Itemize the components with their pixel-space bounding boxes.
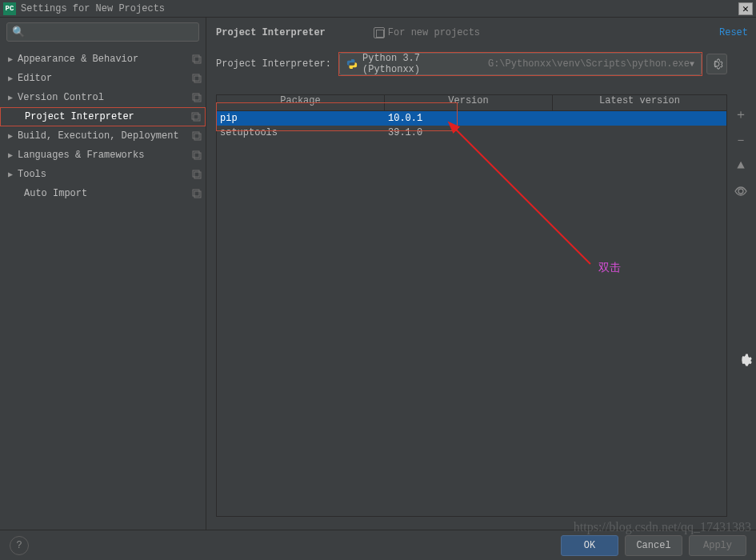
copy-icon [190, 111, 202, 122]
copy-icon [191, 92, 202, 103]
interpreter-label: Project Interpreter: [216, 58, 331, 70]
add-package-button[interactable]: ＋ [730, 104, 751, 125]
interpreter-path: G:\Pythonxx\venv\Scripts\python.exe [488, 58, 690, 70]
apply-button[interactable]: Apply [689, 535, 746, 556]
sidebar-item-project-interpreter[interactable]: Project Interpreter [0, 107, 206, 126]
table-row-pip[interactable]: pip 10.0.1 [217, 111, 726, 126]
ok-button[interactable]: OK [561, 535, 618, 556]
svg-rect-9 [194, 134, 201, 140]
chevron-right-icon: ▶ [8, 131, 18, 141]
sidebar-item-build-execution[interactable]: ▶ Build, Execution, Deployment [0, 126, 206, 146]
pycharm-icon: PC [3, 2, 16, 15]
sidebar-item-tools[interactable]: ▶ Tools [0, 165, 206, 184]
col-latest[interactable]: Latest version [553, 95, 726, 110]
remove-package-button[interactable]: － [730, 130, 751, 150]
search-input[interactable] [28, 26, 194, 38]
svg-rect-10 [193, 151, 199, 158]
copy-icon [191, 150, 202, 161]
search-icon: 🔍 [12, 26, 25, 38]
svg-rect-4 [193, 94, 199, 100]
titlebar: PC Settings for New Projects ✕ [0, 0, 756, 18]
close-button[interactable]: ✕ [738, 2, 753, 15]
chevron-right-icon: ▶ [8, 54, 18, 64]
copy-icon [191, 130, 202, 142]
interpreter-settings-button[interactable] [706, 54, 727, 74]
chevron-right-icon: ▶ [8, 93, 18, 102]
annotation-label: 双击 [598, 261, 621, 275]
watermark: https://blog.csdn.net/qq_17431383 [574, 520, 751, 534]
python-icon [346, 58, 358, 70]
packages-table: Package Version Latest version pip 10.0.… [216, 94, 727, 517]
upgrade-package-button[interactable]: ▲ [730, 155, 751, 176]
package-toolbar: ＋ － ▲ [730, 104, 751, 202]
svg-rect-15 [194, 191, 201, 198]
sidebar-item-appearance[interactable]: ▶ Appearance & Behavior [0, 50, 206, 69]
svg-rect-1 [194, 57, 201, 63]
sidebar-item-editor[interactable]: ▶ Editor [0, 69, 206, 88]
sidebar-item-version-control[interactable]: ▶ Version Control [0, 88, 206, 107]
chevron-right-icon: ▶ [8, 74, 18, 83]
page-title: Project Interpreter [216, 27, 326, 38]
help-button[interactable]: ? [10, 536, 29, 555]
svg-rect-13 [194, 172, 201, 178]
svg-rect-7 [194, 114, 200, 121]
chevron-right-icon: ▶ [8, 150, 18, 160]
page-subtitle: For new projects [374, 27, 480, 38]
gear-icon [710, 58, 723, 70]
svg-rect-6 [192, 113, 198, 119]
copy-icon [374, 27, 385, 38]
chevron-right-icon: ▶ [8, 170, 18, 179]
cancel-button[interactable]: Cancel [625, 535, 682, 556]
interpreter-dropdown[interactable]: Python 3.7 (Pythonxx) G:\Pythonxx\venv\S… [339, 53, 702, 75]
svg-rect-12 [193, 170, 199, 177]
show-early-releases-button[interactable] [730, 181, 751, 202]
sidebar-item-auto-import[interactable]: Auto Import [0, 184, 206, 203]
copy-icon [191, 188, 202, 199]
interpreter-name: Python 3.7 (Pythonxx) [362, 53, 483, 75]
svg-rect-5 [194, 95, 201, 102]
svg-rect-2 [193, 74, 199, 81]
svg-rect-3 [194, 76, 201, 82]
sidebar-item-languages-frameworks[interactable]: ▶ Languages & Frameworks [0, 146, 206, 165]
svg-rect-0 [193, 55, 199, 62]
eye-icon [734, 186, 748, 196]
table-row-setuptools[interactable]: setuptools 39.1.0 [217, 126, 726, 140]
settings-content: Project Interpreter For new projects Res… [206, 18, 756, 530]
copy-icon [191, 54, 202, 65]
svg-rect-14 [193, 190, 199, 196]
chevron-down-icon: ▼ [690, 60, 694, 69]
svg-rect-11 [194, 153, 201, 159]
window-title: Settings for New Projects [21, 3, 165, 14]
settings-tree: ▶ Appearance & Behavior ▶ Editor ▶ Versi… [0, 46, 206, 203]
copy-icon [191, 73, 202, 84]
col-package[interactable]: Package [217, 95, 385, 110]
breadcrumb: Project Interpreter For new projects Res… [216, 22, 756, 43]
settings-sidebar: 🔍 ▶ Appearance & Behavior ▶ Editor ▶ Ver… [0, 18, 206, 530]
copy-icon [191, 169, 202, 180]
search-input-box[interactable]: 🔍 [6, 22, 199, 42]
reset-link[interactable]: Reset [719, 27, 748, 38]
col-version[interactable]: Version [385, 95, 553, 110]
svg-rect-8 [193, 132, 199, 138]
table-header: Package Version Latest version [217, 95, 726, 111]
